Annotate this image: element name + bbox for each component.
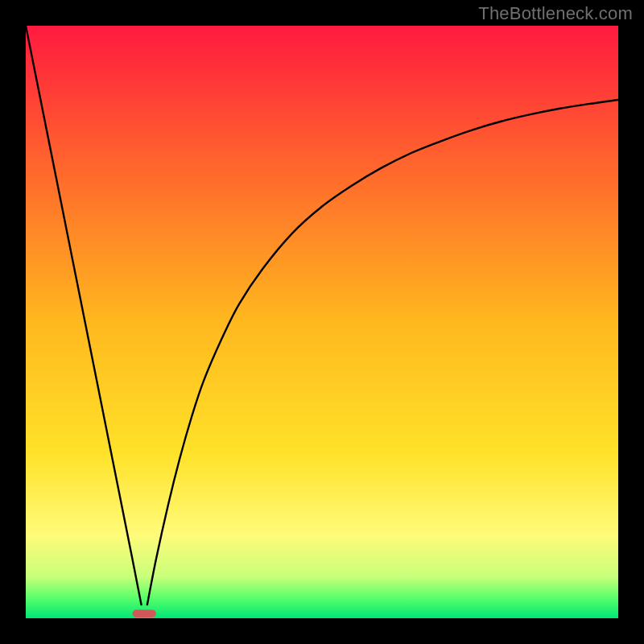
plot-area <box>26 26 618 618</box>
minimum-marker <box>132 609 155 617</box>
watermark-label: TheBottleneck.com <box>478 3 633 24</box>
marker-layer <box>132 609 155 617</box>
chart-svg <box>26 26 618 618</box>
chart-frame: TheBottleneck.com <box>0 0 644 644</box>
